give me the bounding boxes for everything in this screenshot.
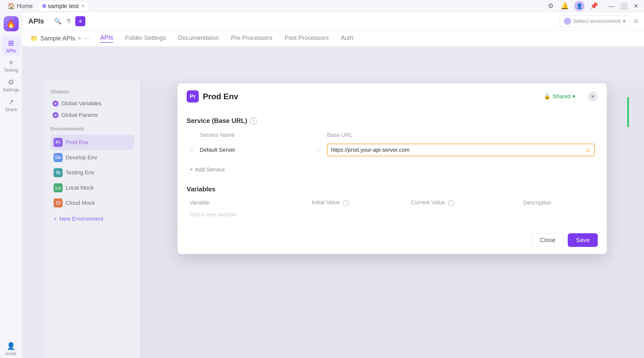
- tab-nav: APIs Folder Settings Documentation Pre P…: [100, 34, 353, 43]
- add-variable-cell[interactable]: Add a new variable: [187, 208, 309, 221]
- testing-label: Testing: [4, 68, 18, 73]
- title-bar-tabs: 🏠 Home sample test ×: [4, 1, 546, 11]
- folder-icon: 📁: [30, 35, 38, 42]
- service-table: Service Name Base URL ⠿: [187, 130, 598, 159]
- tab-pre-processors[interactable]: Pre Processors: [231, 34, 273, 42]
- base-url-col-header: Base URL: [324, 130, 598, 141]
- modal-header: Pr Prod Env 🔒 Shared ▾ ×: [178, 83, 607, 110]
- search-icon[interactable]: 🔍: [54, 18, 62, 25]
- content-area: Globals ● Global Variables ● Global Para…: [22, 46, 644, 358]
- shared-label: Shared: [553, 93, 571, 100]
- sidebar-item-share[interactable]: ↗ Share: [2, 95, 20, 114]
- add-service-button[interactable]: + Add Service: [187, 164, 598, 175]
- tab-dot: [42, 4, 46, 8]
- shared-chevron-icon: ▾: [573, 93, 575, 100]
- modal-backdrop: Pr Prod Env 🔒 Shared ▾ × Service (Base U…: [140, 81, 644, 358]
- tab-close-icon[interactable]: ×: [81, 3, 85, 9]
- sample-test-tab[interactable]: sample test ×: [38, 1, 88, 11]
- tab-documentation[interactable]: Documentation: [178, 34, 219, 42]
- settings-nav-icon: ⚙: [8, 78, 14, 86]
- api-title: APIs: [28, 17, 44, 25]
- lock-icon: 🔒: [544, 93, 551, 100]
- sidebar-item-testing[interactable]: ≡ Testing: [2, 56, 20, 74]
- tab-bar: 📁 Sample APIs + ··· APIs Folder Settings…: [22, 30, 644, 46]
- server-more-icon[interactable]: ···: [316, 147, 321, 153]
- minimize-button[interactable]: —: [608, 2, 616, 10]
- current-value-col-header: Current Value ?: [408, 197, 520, 208]
- title-bar: 🏠 Home sample test × ⚙ 🔔 👤 📌 — ⬜ ✕: [0, 0, 644, 12]
- home-icon: 🏠: [8, 3, 15, 10]
- app-logo: 🔥: [4, 16, 19, 31]
- sidebar-nav: 🔥 ⊞ APIs ≡ Testing ⚙ Settings ↗ Share 👤 …: [0, 12, 22, 358]
- settings-icon[interactable]: ⚙: [546, 2, 555, 11]
- maximize-button[interactable]: ⬜: [620, 2, 628, 10]
- add-service-plus-icon: +: [190, 166, 193, 173]
- initial-value-col-header: Initial Value ?: [309, 197, 408, 208]
- service-info-icon[interactable]: i: [250, 117, 257, 124]
- home-tab[interactable]: 🏠 Home: [4, 1, 36, 11]
- add-button[interactable]: +: [75, 16, 85, 26]
- folder-name: Sample APIs: [40, 35, 75, 42]
- settings-label: Settings: [3, 87, 19, 93]
- env-selector-text: Select environment: [573, 18, 621, 24]
- window-controls: — ⬜ ✕: [608, 2, 640, 10]
- tab-post-processors[interactable]: Post Processors: [285, 34, 329, 42]
- filter-icon[interactable]: ⚗: [66, 18, 71, 25]
- save-button[interactable]: Save: [568, 233, 598, 247]
- variables-section: Variables Variable Initial Value ?: [187, 185, 598, 221]
- avatar[interactable]: 👤: [574, 1, 584, 11]
- base-url-field[interactable]: https://prod.your-api-server.com ⚠: [327, 144, 595, 156]
- add-service-label: Add Service: [195, 166, 225, 173]
- actions-col-header: [313, 130, 324, 141]
- modal-title: Prod Env: [203, 92, 238, 101]
- share-label: Share: [5, 107, 17, 112]
- env-selector[interactable]: Select environment ▾: [560, 15, 630, 27]
- apis-icon: ⊞: [8, 39, 14, 47]
- tab-apis[interactable]: APIs: [100, 34, 113, 43]
- default-server-label: Default Server: [200, 147, 235, 153]
- tab-folder-settings[interactable]: Folder Settings: [125, 34, 166, 42]
- invite-icon: 👤: [7, 342, 15, 350]
- folder-path: 📁 Sample APIs + ···: [30, 34, 90, 42]
- close-button[interactable]: Close: [532, 233, 564, 247]
- invite-label: Invite: [6, 351, 16, 356]
- bookmark-icon[interactable]: 📌: [589, 2, 599, 11]
- drag-handle-icon[interactable]: ⠿: [190, 147, 193, 153]
- chevron-down-icon: ▾: [623, 18, 626, 24]
- close-button[interactable]: ✕: [632, 2, 640, 10]
- sidebar-item-settings[interactable]: ⚙ Settings: [2, 75, 20, 94]
- base-url-value: https://prod.your-api-server.com: [331, 147, 586, 153]
- sidebar-item-apis[interactable]: ⊞ APIs: [2, 36, 20, 55]
- description-col-header: Description: [520, 197, 598, 208]
- apis-label: APIs: [6, 48, 16, 54]
- divider: [187, 180, 598, 180]
- share-icon: ↗: [8, 98, 14, 106]
- tab-label: sample test: [48, 3, 79, 10]
- hamburger-icon[interactable]: ≡: [634, 17, 638, 25]
- modal-footer: Close Save: [178, 228, 607, 254]
- variables-table: Variable Initial Value ? Current Value ?: [187, 197, 598, 221]
- shared-dropdown[interactable]: 🔒 Shared ▾: [539, 91, 580, 102]
- add-variable-row[interactable]: Add a new variable: [187, 208, 598, 221]
- service-name-col-header: Service Name: [197, 130, 313, 141]
- variables-title: Variables: [187, 185, 598, 193]
- var-col-header: Variable: [187, 197, 309, 208]
- warning-icon: ⚠: [586, 147, 591, 153]
- testing-icon: ≡: [9, 59, 13, 67]
- title-bar-icons: ⚙ 🔔 👤 📌 — ⬜ ✕: [546, 1, 640, 11]
- initial-value-help-icon[interactable]: ?: [343, 200, 349, 206]
- table-row: ⠿ Default Server ··· ht: [187, 141, 598, 160]
- current-value-help-icon[interactable]: ?: [448, 200, 454, 206]
- notification-icon[interactable]: 🔔: [560, 2, 569, 11]
- folder-more-icon[interactable]: ···: [84, 34, 90, 42]
- sidebar-item-invite[interactable]: 👤 Invite: [2, 339, 20, 358]
- modal: Pr Prod Env 🔒 Shared ▾ × Service (Base U…: [178, 83, 607, 254]
- service-section-title: Service (Base URL) i: [187, 117, 598, 125]
- modal-close-button[interactable]: ×: [588, 91, 598, 101]
- modal-body: Service (Base URL) i Service Name Base U…: [178, 110, 607, 228]
- home-label: Home: [17, 3, 33, 10]
- tab-auth[interactable]: Auth: [341, 34, 353, 42]
- modal-env-badge: Pr: [187, 90, 199, 103]
- folder-add-icon[interactable]: +: [78, 34, 82, 42]
- drag-col-header: [187, 130, 197, 141]
